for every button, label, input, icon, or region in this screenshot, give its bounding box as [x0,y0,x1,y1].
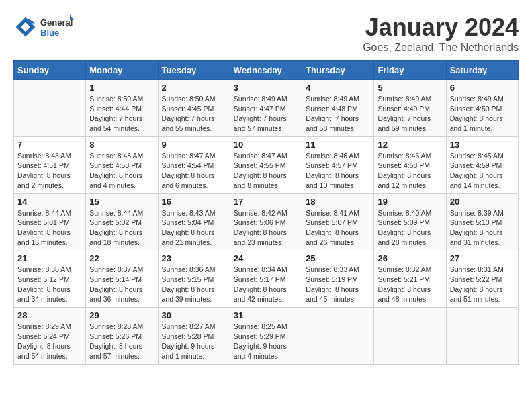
header-day-wednesday: Wednesday [230,61,302,80]
header-day-sunday: Sunday [14,61,86,80]
day-info: Sunrise: 8:49 AM Sunset: 4:50 PM Dayligh… [450,94,515,134]
calendar-cell: 30Sunrise: 8:27 AM Sunset: 5:28 PM Dayli… [158,308,230,365]
day-number: 19 [378,197,442,207]
calendar-cell [374,308,446,365]
day-info: Sunrise: 8:49 AM Sunset: 4:47 PM Dayligh… [234,94,298,134]
page-subtitle: Goes, Zeeland, The Netherlands [363,42,519,54]
day-number: 8 [89,140,154,150]
calendar-cell: 8Sunrise: 8:48 AM Sunset: 4:53 PM Daylig… [86,136,158,193]
day-number: 17 [234,197,298,207]
day-number: 28 [17,310,82,320]
day-info: Sunrise: 8:44 AM Sunset: 5:02 PM Dayligh… [89,208,154,248]
day-info: Sunrise: 8:36 AM Sunset: 5:15 PM Dayligh… [162,265,226,304]
calendar-cell: 14Sunrise: 8:44 AM Sunset: 5:01 PM Dayli… [14,193,86,250]
day-info: Sunrise: 8:48 AM Sunset: 4:53 PM Dayligh… [89,151,154,191]
day-number: 3 [234,83,298,93]
calendar-cell: 4Sunrise: 8:49 AM Sunset: 4:48 PM Daylig… [302,80,374,137]
calendar-cell: 17Sunrise: 8:42 AM Sunset: 5:06 PM Dayli… [230,193,302,250]
calendar-cell: 22Sunrise: 8:37 AM Sunset: 5:14 PM Dayli… [86,250,158,308]
day-info: Sunrise: 8:50 AM Sunset: 4:45 PM Dayligh… [162,94,226,134]
header-day-saturday: Saturday [446,61,518,80]
calendar-cell: 13Sunrise: 8:45 AM Sunset: 4:59 PM Dayli… [446,136,518,193]
title-block: January 2024 Goes, Zeeland, The Netherla… [363,13,519,54]
day-number: 25 [306,253,370,263]
day-info: Sunrise: 8:27 AM Sunset: 5:28 PM Dayligh… [162,322,226,361]
calendar-cell: 11Sunrise: 8:46 AM Sunset: 4:57 PM Dayli… [302,136,374,193]
day-number: 18 [306,197,370,207]
calendar-cell: 18Sunrise: 8:41 AM Sunset: 5:07 PM Dayli… [302,193,374,250]
calendar-cell: 5Sunrise: 8:49 AM Sunset: 4:49 PM Daylig… [374,80,446,137]
logo: General Blue [13,13,74,40]
day-info: Sunrise: 8:46 AM Sunset: 4:57 PM Dayligh… [306,151,370,191]
calendar-cell: 12Sunrise: 8:46 AM Sunset: 4:58 PM Dayli… [374,136,446,193]
day-number: 14 [17,197,82,207]
logo-graphic: General Blue [40,13,74,40]
day-number: 4 [306,83,370,93]
day-number: 9 [162,140,226,150]
day-number: 22 [89,253,154,263]
day-number: 20 [450,197,515,207]
day-number: 21 [17,253,82,263]
day-number: 29 [89,310,154,320]
day-info: Sunrise: 8:49 AM Sunset: 4:48 PM Dayligh… [306,94,370,134]
week-row-3: 21Sunrise: 8:38 AM Sunset: 5:12 PM Dayli… [14,250,519,308]
calendar-cell: 10Sunrise: 8:47 AM Sunset: 4:55 PM Dayli… [230,136,302,193]
day-info: Sunrise: 8:37 AM Sunset: 5:14 PM Dayligh… [89,265,154,304]
day-info: Sunrise: 8:33 AM Sunset: 5:19 PM Dayligh… [306,265,370,304]
calendar-table: SundayMondayTuesdayWednesdayThursdayFrid… [13,60,519,365]
day-number: 31 [234,310,298,320]
day-number: 16 [162,197,226,207]
calendar-cell: 9Sunrise: 8:47 AM Sunset: 4:54 PM Daylig… [158,136,230,193]
day-info: Sunrise: 8:47 AM Sunset: 4:55 PM Dayligh… [234,151,298,191]
day-number: 10 [234,140,298,150]
calendar-cell: 27Sunrise: 8:31 AM Sunset: 5:22 PM Dayli… [446,250,518,308]
day-info: Sunrise: 8:50 AM Sunset: 4:44 PM Dayligh… [89,94,154,134]
calendar-cell: 26Sunrise: 8:32 AM Sunset: 5:21 PM Dayli… [374,250,446,308]
day-info: Sunrise: 8:42 AM Sunset: 5:06 PM Dayligh… [234,208,298,248]
calendar-cell: 31Sunrise: 8:25 AM Sunset: 5:29 PM Dayli… [230,308,302,365]
header-day-friday: Friday [374,61,446,80]
day-number: 11 [306,140,370,150]
day-number: 5 [378,83,442,93]
day-info: Sunrise: 8:49 AM Sunset: 4:49 PM Dayligh… [378,94,442,134]
day-info: Sunrise: 8:47 AM Sunset: 4:54 PM Dayligh… [162,151,226,191]
calendar-cell: 1Sunrise: 8:50 AM Sunset: 4:44 PM Daylig… [86,80,158,137]
day-info: Sunrise: 8:31 AM Sunset: 5:22 PM Dayligh… [450,265,515,304]
day-info: Sunrise: 8:48 AM Sunset: 4:51 PM Dayligh… [17,151,82,191]
day-info: Sunrise: 8:45 AM Sunset: 4:59 PM Dayligh… [450,151,515,191]
calendar-cell [446,308,518,365]
day-number: 23 [162,253,226,263]
day-info: Sunrise: 8:39 AM Sunset: 5:10 PM Dayligh… [450,208,515,248]
day-info: Sunrise: 8:32 AM Sunset: 5:21 PM Dayligh… [378,265,442,304]
calendar-cell [14,80,86,137]
day-info: Sunrise: 8:38 AM Sunset: 5:12 PM Dayligh… [17,265,82,304]
calendar-cell: 19Sunrise: 8:40 AM Sunset: 5:09 PM Dayli… [374,193,446,250]
svg-text:General: General [40,17,73,28]
day-number: 15 [89,197,154,207]
day-number: 2 [162,83,226,93]
day-number: 27 [450,253,515,263]
day-number: 24 [234,253,298,263]
day-info: Sunrise: 8:44 AM Sunset: 5:01 PM Dayligh… [17,208,82,248]
svg-text:Blue: Blue [40,28,59,38]
calendar-cell: 29Sunrise: 8:28 AM Sunset: 5:26 PM Dayli… [86,308,158,365]
calendar-cell: 20Sunrise: 8:39 AM Sunset: 5:10 PM Dayli… [446,193,518,250]
day-number: 7 [17,140,82,150]
calendar-cell: 25Sunrise: 8:33 AM Sunset: 5:19 PM Dayli… [302,250,374,308]
calendar-header-row: SundayMondayTuesdayWednesdayThursdayFrid… [14,61,519,80]
day-info: Sunrise: 8:29 AM Sunset: 5:24 PM Dayligh… [17,322,82,361]
day-number: 30 [162,310,226,320]
week-row-2: 14Sunrise: 8:44 AM Sunset: 5:01 PM Dayli… [14,193,519,250]
week-row-1: 7Sunrise: 8:48 AM Sunset: 4:51 PM Daylig… [14,136,519,193]
calendar-cell: 6Sunrise: 8:49 AM Sunset: 4:50 PM Daylig… [446,80,518,137]
week-row-4: 28Sunrise: 8:29 AM Sunset: 5:24 PM Dayli… [14,308,519,365]
calendar-cell: 23Sunrise: 8:36 AM Sunset: 5:15 PM Dayli… [158,250,230,308]
calendar-cell: 3Sunrise: 8:49 AM Sunset: 4:47 PM Daylig… [230,80,302,137]
calendar-cell [302,308,374,365]
day-info: Sunrise: 8:34 AM Sunset: 5:17 PM Dayligh… [234,265,298,304]
day-info: Sunrise: 8:46 AM Sunset: 4:58 PM Dayligh… [378,151,442,191]
calendar-cell: 15Sunrise: 8:44 AM Sunset: 5:02 PM Dayli… [86,193,158,250]
week-row-0: 1Sunrise: 8:50 AM Sunset: 4:44 PM Daylig… [14,80,519,137]
day-number: 1 [89,83,154,93]
calendar-cell: 16Sunrise: 8:43 AM Sunset: 5:04 PM Dayli… [158,193,230,250]
